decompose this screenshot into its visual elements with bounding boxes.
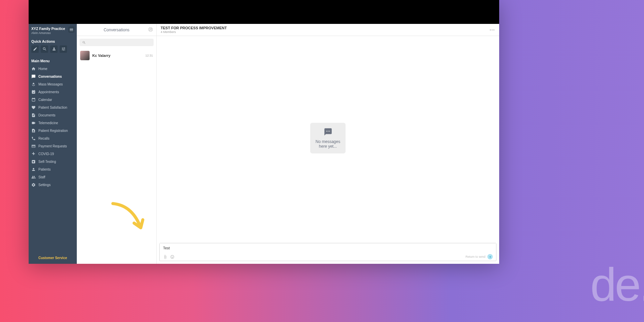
telemed-icon <box>31 121 36 125</box>
practice-name: XYZ Family Practice <box>31 27 65 31</box>
new-conversation-button[interactable] <box>148 27 153 33</box>
covid-icon <box>31 152 36 156</box>
conversations-title: Conversations <box>104 28 130 32</box>
heart-icon <box>31 105 36 110</box>
send-button[interactable] <box>487 254 493 259</box>
sidebar-item-recalls[interactable]: Recalls <box>29 135 77 142</box>
sidebar-item-conversations[interactable]: Conversations <box>29 73 77 80</box>
sidebar-item-label: Documents <box>38 113 56 117</box>
chat-icon <box>31 74 36 79</box>
recall-icon <box>31 136 36 141</box>
sidebar-toggle-button[interactable] <box>68 27 74 33</box>
sidebar-item-label: Patient Satisfaction <box>38 106 67 109</box>
chat-members-count[interactable]: 4 Members <box>161 30 227 34</box>
sidebar-item-label: Recalls <box>38 137 50 140</box>
quick-actions-title: Quick Actions <box>29 37 77 45</box>
conversation-search-input[interactable] <box>79 39 154 46</box>
sidebar-item-mass-messages[interactable]: Mass Messages <box>29 80 77 88</box>
sidebar: XYZ Family Practice Alvin Amoroso Quick … <box>29 24 77 264</box>
quick-action-filters[interactable] <box>60 45 67 53</box>
customer-service-link[interactable]: Customer Service <box>29 252 77 264</box>
payment-icon <box>31 144 36 148</box>
sidebar-item-label: Payment Requests <box>38 144 67 148</box>
conversation-time: 12:31 <box>145 54 153 57</box>
sidebar-item-patient-satisfaction[interactable]: Patient Satisfaction <box>29 104 77 111</box>
sidebar-item-label: Settings <box>38 183 51 187</box>
sidebar-item-documents[interactable]: Documents <box>29 111 77 119</box>
quick-action-search[interactable] <box>41 45 48 53</box>
background-watermark-text: de. <box>590 257 644 312</box>
chat-area: TEST FOR PROCESS IMPROVEMENT 4 Members ⋯… <box>157 24 499 264</box>
sidebar-item-label: Appointments <box>38 90 59 94</box>
conversation-item[interactable]: Kc Valarry12:31 <box>77 49 156 62</box>
conversation-name: Kc Valarry <box>92 53 142 58</box>
sidebar-item-calendar[interactable]: Calendar <box>29 96 77 104</box>
sidebar-item-label: Home <box>38 67 47 71</box>
document-icon <box>31 113 36 117</box>
sidebar-item-patients[interactable]: Patients <box>29 166 77 173</box>
avatar <box>80 51 90 60</box>
empty-messages-state: No messages here yet... <box>310 123 346 153</box>
return-to-send-label: Return to send <box>465 255 485 258</box>
sidebar-item-covid-19[interactable]: COVID-19 <box>29 150 77 158</box>
sidebar-item-appointments[interactable]: Appointments <box>29 88 77 96</box>
quick-action-compose[interactable] <box>31 45 39 53</box>
sidebar-item-home[interactable]: Home <box>29 65 77 73</box>
patients-icon <box>31 167 36 172</box>
sidebar-item-settings[interactable]: Settings <box>29 181 77 189</box>
sidebar-item-payment-requests[interactable]: Payment Requests <box>29 142 77 150</box>
sidebar-item-label: Staff <box>38 175 45 179</box>
message-input[interactable] <box>160 243 496 253</box>
chat-title: TEST FOR PROCESS IMPROVEMENT <box>161 26 227 30</box>
quick-action-add-patient[interactable] <box>50 45 58 53</box>
sidebar-item-label: Conversations <box>38 75 62 78</box>
chat-more-menu[interactable]: ⋯ <box>489 27 495 33</box>
message-composer: Return to send <box>159 243 496 261</box>
sidebar-item-staff[interactable]: Staff <box>29 173 77 181</box>
staff-icon <box>31 175 36 179</box>
sidebar-item-patient-registration[interactable]: Patient Registration <box>29 127 77 135</box>
app-window: XYZ Family Practice Alvin Amoroso Quick … <box>29 0 499 264</box>
user-name: Alvin Amoroso <box>31 31 65 35</box>
sidebar-item-label: COVID-19 <box>38 152 54 156</box>
chat-bubble-icon <box>324 128 332 136</box>
main-menu-title: Main Menu <box>29 56 77 65</box>
sidebar-item-label: Mass Messages <box>38 82 63 86</box>
selftest-icon <box>31 159 36 164</box>
sidebar-item-self-testing[interactable]: Self-Testing <box>29 158 77 166</box>
settings-icon <box>31 183 36 187</box>
attachment-icon[interactable] <box>163 255 167 259</box>
calendar-icon <box>31 98 36 102</box>
registration-icon <box>31 129 36 133</box>
emoji-icon[interactable] <box>170 255 174 259</box>
sidebar-item-label: Self-Testing <box>38 160 56 164</box>
broadcast-icon <box>31 82 36 86</box>
appointments-icon <box>31 90 36 94</box>
sidebar-item-label: Calendar <box>38 98 52 102</box>
sidebar-item-label: Patient Registration <box>38 129 68 133</box>
sidebar-item-label: Telemedicine <box>38 121 58 125</box>
home-icon <box>31 67 36 71</box>
black-header-bar <box>29 0 499 24</box>
conversation-list-panel: Conversations Kc Valarry12:31 <box>77 24 157 264</box>
empty-text-line2: here yet... <box>316 144 340 149</box>
sidebar-item-telemedicine[interactable]: Telemedicine <box>29 119 77 127</box>
sidebar-item-label: Patients <box>38 168 51 171</box>
empty-text-line1: No messages <box>316 139 340 144</box>
